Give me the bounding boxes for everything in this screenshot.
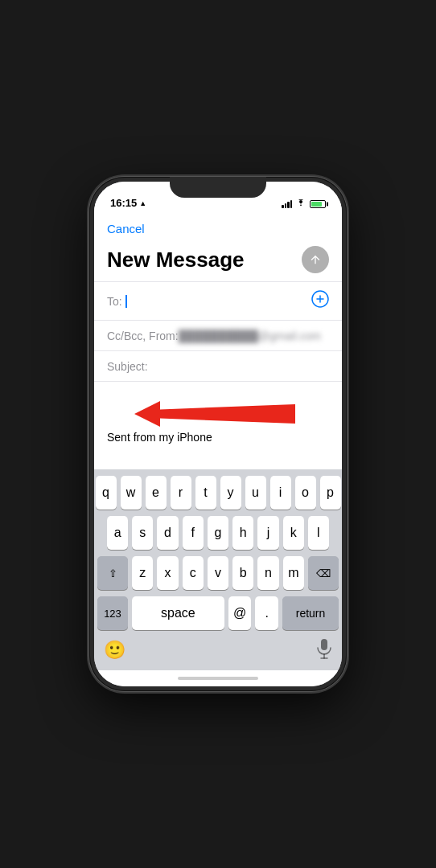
key-p[interactable]: p [320, 476, 341, 510]
numbers-key[interactable]: 123 [97, 596, 128, 630]
home-indicator [94, 670, 342, 686]
period-key[interactable]: . [255, 596, 278, 630]
key-r[interactable]: r [171, 476, 191, 510]
key-h[interactable]: h [232, 516, 253, 550]
key-j[interactable]: j [257, 516, 278, 550]
signature-text: Sent from my iPhone [107, 431, 212, 444]
key-u[interactable]: u [245, 476, 266, 510]
keyboard-bottom-row: 🙂 [97, 637, 339, 667]
backspace-key[interactable]: ⌫ [308, 556, 339, 590]
to-input[interactable] [122, 294, 311, 308]
key-b[interactable]: b [232, 556, 253, 590]
key-c[interactable]: c [183, 556, 204, 590]
space-key[interactable]: space [132, 596, 224, 630]
keyboard-row-1: q w e r t y u i o p [97, 476, 339, 510]
body-area[interactable]: Sent from my iPhone [94, 381, 342, 469]
notch [170, 177, 266, 198]
keyboard: q w e r t y u i o p a s d f g h j k [94, 469, 342, 670]
keyboard-row-2: a s d f g h j k l [97, 516, 339, 550]
key-z[interactable]: z [132, 556, 153, 590]
to-label: To: [107, 295, 122, 308]
key-n[interactable]: n [257, 556, 278, 590]
location-icon: ▲ [139, 199, 146, 207]
key-q[interactable]: q [96, 476, 117, 510]
emoji-key[interactable]: 🙂 [104, 640, 125, 661]
key-v[interactable]: v [208, 556, 228, 590]
key-a[interactable]: a [107, 516, 128, 550]
key-f[interactable]: f [183, 516, 204, 550]
cc-field-row: Cc/Bcc, From: ██████████@gmail.com [94, 320, 342, 350]
key-t[interactable]: t [195, 476, 216, 510]
at-key[interactable]: @ [228, 596, 252, 630]
key-e[interactable]: e [146, 476, 167, 510]
keyboard-row-4: 123 space @ . return [97, 596, 339, 630]
cc-label: Cc/Bcc, From: [107, 330, 179, 342]
subject-label: Subject: [107, 360, 148, 373]
signal-icon [282, 200, 292, 208]
key-x[interactable]: x [157, 556, 178, 590]
cancel-button[interactable]: Cancel [107, 222, 145, 235]
key-o[interactable]: o [295, 476, 316, 510]
subject-field-row[interactable]: Subject: [94, 350, 342, 381]
screen: 16:15 ▲ [94, 182, 342, 686]
svg-rect-2 [321, 639, 327, 650]
arrow-annotation [107, 398, 329, 430]
status-icons [282, 199, 326, 209]
compose-title: New Message [107, 248, 245, 272]
key-i[interactable]: i [270, 476, 291, 510]
keyboard-row-3: ⇧ z x c v b n m ⌫ [97, 556, 339, 590]
battery-icon [310, 200, 326, 208]
key-w[interactable]: w [121, 476, 142, 510]
shift-key[interactable]: ⇧ [97, 556, 128, 590]
add-contact-button[interactable] [311, 290, 329, 312]
cursor [125, 295, 127, 308]
compose-area: Cancel New Message To: [94, 214, 342, 469]
status-time: 16:15 ▲ [110, 197, 146, 209]
svg-marker-1 [134, 401, 295, 427]
from-email: ██████████@gmail.com [179, 330, 321, 342]
key-s[interactable]: s [132, 516, 153, 550]
key-g[interactable]: g [208, 516, 228, 550]
key-m[interactable]: m [283, 556, 304, 590]
key-d[interactable]: d [157, 516, 178, 550]
home-bar [178, 677, 258, 680]
wifi-icon [295, 199, 306, 209]
time-display: 16:15 [110, 197, 137, 209]
return-key[interactable]: return [282, 596, 339, 630]
phone-frame: 16:15 ▲ [89, 177, 347, 691]
to-field-row: To: [94, 281, 342, 320]
key-l[interactable]: l [308, 516, 329, 550]
key-k[interactable]: k [283, 516, 304, 550]
compose-header: Cancel [94, 214, 342, 241]
key-y[interactable]: y [220, 476, 241, 510]
title-row: New Message [94, 241, 342, 281]
send-button[interactable] [302, 246, 329, 273]
microphone-key[interactable] [316, 638, 332, 662]
